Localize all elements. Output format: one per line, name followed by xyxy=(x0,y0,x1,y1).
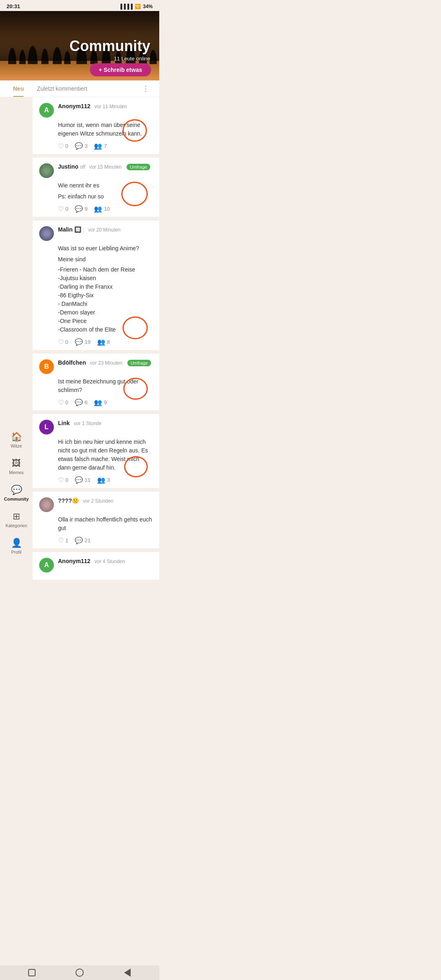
battery: 34% xyxy=(143,4,153,9)
wifi-icon: 🛜 xyxy=(135,4,141,9)
post-meta: Anonym112 vor 11 Minuten xyxy=(58,103,153,109)
comment-icon: 💬 xyxy=(75,399,83,406)
like-button[interactable]: ♡ 0 xyxy=(58,399,68,406)
post-meta: ????🙁 vor 2 Stunden xyxy=(58,497,153,504)
post-item: A Anonym112 vor 4 Stunden xyxy=(33,552,159,580)
post-item: ????🙁 vor 2 Stunden Olla ir machen hoffe… xyxy=(33,492,159,548)
sidebar-item-community[interactable]: 💬 Community xyxy=(3,481,29,505)
post-item: B Bdölfchen vor 23 Minuten Umfrage Ist m… xyxy=(33,354,159,410)
comment-icon: 💬 xyxy=(75,476,83,484)
community-icon: 💬 xyxy=(11,485,22,495)
heart-icon: ♡ xyxy=(58,205,64,213)
posts-feed: A Anonym112 vor 11 Minuten Humor ist, we… xyxy=(33,97,159,616)
comment-icon: 💬 xyxy=(75,142,83,150)
comment-button[interactable]: 💬 3 xyxy=(75,142,87,150)
members-button[interactable]: 👥 9 xyxy=(94,399,107,406)
like-button[interactable]: ♡ 1 xyxy=(58,537,68,544)
like-button[interactable]: ♡ 0 xyxy=(58,205,68,213)
avatar xyxy=(39,226,54,241)
post-actions: ♡ 0 💬 3 👥 7 xyxy=(58,142,153,150)
comment-button[interactable]: 💬 9 xyxy=(75,205,87,213)
post-item: L Link vor 1 Stunde Hi ich bin neu hier … xyxy=(33,414,159,488)
signal-icon: ▐▐▐▐ xyxy=(119,4,133,9)
people-icon: 👥 xyxy=(97,476,105,484)
post-actions: ♡ 0 💬 19 👥 8 xyxy=(58,338,153,346)
time: 20:31 xyxy=(7,3,20,9)
post-meta: Link vor 1 Stunde xyxy=(58,420,153,426)
members-button[interactable]: 👥 7 xyxy=(94,142,107,150)
members-button[interactable]: 👥 3 xyxy=(97,476,110,484)
memes-icon: 🖼 xyxy=(12,458,21,469)
people-icon: 👥 xyxy=(97,338,105,346)
comment-button[interactable]: 💬 21 xyxy=(75,537,90,544)
members-button[interactable]: 👥 10 xyxy=(94,205,109,213)
avatar xyxy=(39,163,54,178)
post-meta: Anonym112 vor 4 Stunden xyxy=(58,558,153,564)
avatar: B xyxy=(39,359,54,374)
comment-icon: 💬 xyxy=(75,537,83,544)
heart-icon: ♡ xyxy=(58,142,64,150)
post-item: Malin 🔲 ; vor 20 Minuten Was ist so euer… xyxy=(33,220,159,350)
people-icon: 👥 xyxy=(94,142,102,150)
sidebar-item-kategorien[interactable]: ⊞ Kategorien xyxy=(3,508,29,531)
like-button[interactable]: ♡ 0 xyxy=(58,338,68,346)
comment-button[interactable]: 💬 11 xyxy=(75,476,90,484)
post-actions: ♡ 0 💬 11 👥 3 xyxy=(58,476,153,484)
write-button[interactable]: + Schreib etwas xyxy=(90,63,151,76)
heart-icon: ♡ xyxy=(58,476,64,484)
tab-zuletzt[interactable]: Zuletzt kommentiert xyxy=(30,80,94,97)
members-button[interactable]: 👥 8 xyxy=(97,338,110,346)
people-icon: 👥 xyxy=(94,399,102,406)
like-button[interactable]: ♡ 0 xyxy=(58,142,68,150)
comment-button[interactable]: 💬 6 xyxy=(75,399,87,406)
heart-icon: ♡ xyxy=(58,537,64,544)
post-actions: ♡ 1 💬 21 xyxy=(58,537,153,544)
like-button[interactable]: ♡ 0 xyxy=(58,476,68,484)
heart-icon: ♡ xyxy=(58,399,64,406)
post-meta: Malin 🔲 ; vor 20 Minuten xyxy=(58,226,153,233)
post-meta: Justino off vor 15 Minuten Umfrage xyxy=(58,163,153,170)
badge-umfrage: Umfrage xyxy=(127,164,150,170)
comment-icon: 💬 xyxy=(75,205,83,213)
status-icons: ▐▐▐▐ 🛜 34% xyxy=(119,4,153,9)
avatar: L xyxy=(39,420,54,434)
tabs-more-button[interactable]: ⋮ xyxy=(139,81,153,96)
avatar: A xyxy=(39,103,54,118)
profil-icon: 👤 xyxy=(11,538,22,548)
status-bar: 20:31 ▐▐▐▐ 🛜 34% xyxy=(0,0,159,11)
comment-icon: 💬 xyxy=(75,338,83,346)
people-icon: 👥 xyxy=(94,205,102,213)
avatar: A xyxy=(39,558,54,572)
sidebar-item-witze[interactable]: 🏠 Witze xyxy=(3,428,29,452)
post-meta: Bdölfchen vor 23 Minuten Umfrage xyxy=(58,359,153,366)
post-actions: ♡ 0 💬 6 👥 9 xyxy=(58,399,153,406)
comment-button[interactable]: 💬 19 xyxy=(75,338,90,346)
post-item: A Anonym112 vor 11 Minuten Humor ist, we… xyxy=(33,97,159,154)
badge-umfrage: Umfrage xyxy=(127,360,151,366)
sidebar-item-memes[interactable]: 🖼 Memes xyxy=(3,455,29,478)
heart-icon: ♡ xyxy=(58,338,64,346)
sidebar-item-profil[interactable]: 👤 Profil xyxy=(3,535,29,558)
home-icon: 🏠 xyxy=(11,432,22,442)
kategorien-icon: ⊞ xyxy=(13,511,20,522)
avatar xyxy=(39,497,54,512)
sidebar-nav: 🏠 Witze 🖼 Memes 💬 Community ⊞ Kategorien… xyxy=(0,20,33,616)
post-item: Justino off vor 15 Minuten Umfrage Wie n… xyxy=(33,158,159,217)
post-actions: ♡ 0 💬 9 👥 10 xyxy=(58,205,153,213)
